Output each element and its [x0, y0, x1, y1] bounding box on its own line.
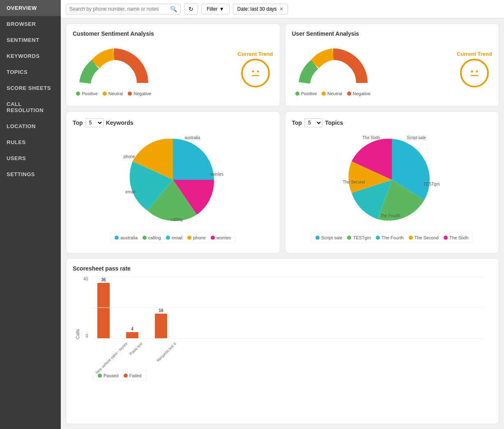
sidebar: OVERVIEW BROWSER SENTIMENT KEYWORDS TOPI… — [0, 0, 61, 429]
svg-point-1 — [257, 70, 259, 72]
sidebar-item-overview[interactable]: OVERVIEW — [0, 0, 61, 16]
sidebar-item-browser[interactable]: BROWSER — [0, 16, 61, 32]
svg-point-2 — [471, 70, 473, 72]
filter-button[interactable]: Filter ▼ — [201, 4, 230, 14]
sidebar-item-scoresheets[interactable]: SCORE SHEETS — [0, 80, 61, 96]
topic-label-thesixth: The Sixth — [362, 135, 380, 140]
topics-top-select[interactable]: 51015 — [304, 118, 322, 127]
sidebar-item-topics[interactable]: TOPICS — [0, 64, 61, 80]
neutral-dot — [103, 92, 107, 96]
x-label-3: Margarita test 6 — [156, 342, 177, 362]
content-grid: Customer Sentiment Analysis — [61, 18, 504, 429]
sidebar-item-settings[interactable]: SETTINGS — [0, 166, 61, 182]
header-bar: 🔍 ↻ Filter ▼ Date: last 30 days ✕ — [61, 0, 504, 18]
keywords-legend: australia calling email phone worries — [110, 232, 235, 243]
bar-group-3: 16 — [155, 308, 167, 338]
topics-card: Top 51015 Topics — [285, 111, 499, 253]
topics-section-label: Topics — [325, 119, 343, 126]
customer-current-trend: Current Trend — [238, 51, 273, 87]
user-gauge-svg — [292, 42, 374, 87]
user-sentiment-legend: Positive Neutral Negative — [295, 91, 371, 96]
kw-label-australia: australia — [185, 135, 200, 140]
user-smiley-icon — [460, 59, 489, 87]
filter-chevron-icon: ▼ — [219, 6, 224, 12]
keywords-top-label: Top — [73, 119, 83, 126]
sentiment-content: Positive Neutral Negative Current Tren — [73, 42, 273, 96]
sidebar-item-sentiment[interactable]: SENTIMENT — [0, 32, 61, 48]
x-label-2: Pauls test — [129, 342, 143, 356]
sidebar-item-keywords[interactable]: KEYWORDS — [0, 48, 61, 64]
customer-sentiment-title: Customer Sentiment Analysis — [73, 30, 273, 37]
x-label-1: New vehicle sales - toyota — [94, 342, 128, 375]
keywords-section-label: Keywords — [106, 119, 133, 126]
bar-group-1: 36 — [97, 278, 110, 338]
svg-point-0 — [252, 70, 254, 72]
kw-label-email: email — [126, 190, 136, 194]
topic-label-testgm: TESTgm — [423, 182, 440, 186]
user-legend-neutral: Neutral — [322, 91, 342, 96]
legend-negative: Negative — [128, 91, 151, 96]
user-sentiment-title: User Sentiment Analysis — [292, 30, 492, 37]
bar-failed-2 — [126, 332, 138, 338]
topics-chart-area: Script sale TESTgm The Fourth The Second… — [292, 131, 492, 243]
scoresheet-chart-wrapper: Calls 40 0 36 — [73, 277, 492, 414]
scoresheet-legend: Passed Failed — [93, 370, 146, 381]
y-axis-label: Calls — [75, 329, 80, 339]
bar-group-2: 4 — [126, 327, 138, 338]
legend-positive: Positive — [76, 91, 98, 96]
kw-label-calling: calling — [171, 217, 182, 222]
keywords-pie-svg — [124, 131, 222, 229]
customer-gauge-svg — [73, 42, 155, 87]
filter-label: Filter — [207, 6, 218, 12]
user-legend-negative: Negative — [347, 91, 371, 96]
date-badge: Date: last 30 days ✕ — [233, 4, 288, 14]
positive-label: Positive — [82, 91, 98, 96]
keywords-chart-area: australia worries calling email phone au… — [73, 131, 273, 243]
customer-sentiment-legend: Positive Neutral Negative — [76, 91, 151, 96]
search-icon: 🔍 — [170, 6, 177, 12]
sidebar-item-rules[interactable]: RULES — [0, 134, 61, 150]
search-input[interactable] — [69, 6, 168, 12]
user-sentiment-content: Positive Neutral Negative Current Tren — [292, 42, 492, 96]
customer-sentiment-card: Customer Sentiment Analysis — [66, 23, 280, 106]
positive-dot — [76, 92, 80, 96]
sidebar-item-location[interactable]: LOCATION — [0, 118, 61, 134]
topics-top-label: Top — [292, 119, 302, 126]
keywords-card: Top 51015 Keywords — [66, 111, 280, 253]
user-trend-label: Current Trend — [457, 51, 492, 57]
topic-label-scriptsale: Script sale — [407, 135, 426, 140]
negative-dot — [128, 92, 132, 96]
keywords-top-bar: Top 51015 Keywords — [73, 118, 273, 127]
scoresheet-title: Scoresheet pass rate — [73, 265, 492, 272]
user-sentiment-card: User Sentiment Analysis Positive — [285, 23, 499, 106]
bar-passed-3 — [155, 314, 167, 338]
legend-neutral: Neutral — [103, 91, 123, 96]
customer-trend-label: Current Trend — [238, 51, 273, 57]
topics-legend: Script sale TESTgm The Fourth The Second… — [311, 232, 473, 243]
date-label: Date: last 30 days — [237, 6, 277, 12]
user-legend-positive: Positive — [295, 91, 317, 96]
y-axis-values: 40 0 — [83, 277, 88, 338]
refresh-button[interactable]: ↻ — [184, 3, 198, 15]
user-current-trend: Current Trend — [457, 51, 492, 87]
topics-top-bar: Top 51015 Topics — [292, 118, 492, 127]
bar-failed-1 — [97, 283, 110, 338]
svg-point-3 — [476, 70, 478, 72]
scoresheet-card: Scoresheet pass rate Calls 40 0 36 — [66, 258, 499, 424]
kw-label-phone: phone — [124, 154, 135, 159]
keywords-top-select[interactable]: 51015 — [85, 118, 104, 127]
sidebar-item-callresolution[interactable]: CALL RESOLUTION — [0, 96, 61, 118]
topic-label-thesecond: The Second — [343, 180, 365, 184]
x-axis-labels: New vehicle sales - toyota Pauls test Ma… — [93, 342, 492, 346]
kw-label-worries: worries — [210, 172, 223, 177]
negative-label: Negative — [133, 91, 151, 96]
main-area: 🔍 ↻ Filter ▼ Date: last 30 days ✕ Custom… — [61, 0, 504, 429]
search-box[interactable]: 🔍 — [66, 4, 181, 14]
customer-smiley-icon — [241, 59, 270, 87]
neutral-label: Neutral — [108, 91, 123, 96]
sidebar-item-users[interactable]: USERS — [0, 150, 61, 166]
date-close-icon[interactable]: ✕ — [279, 6, 283, 12]
topic-label-thefourth: The Fourth — [380, 213, 400, 218]
